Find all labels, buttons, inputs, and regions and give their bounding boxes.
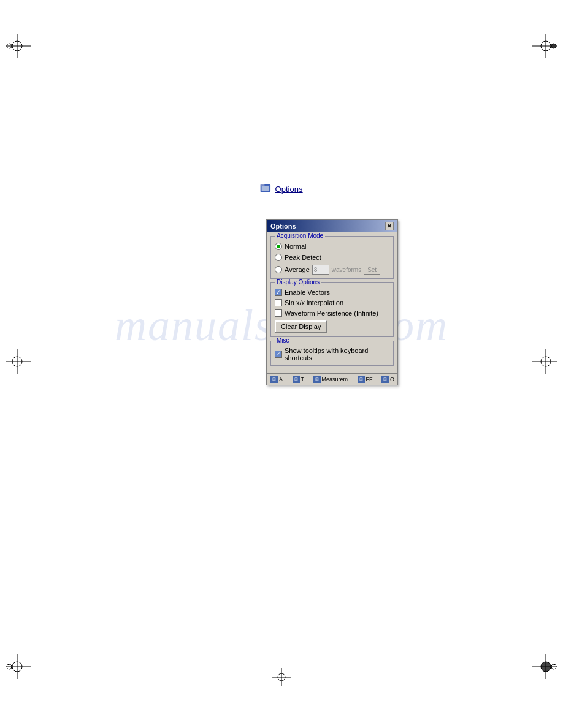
taskbar-label-4: O... (390, 376, 397, 382)
acquisition-mode-label: Acquisition Mode (275, 232, 325, 239)
options-title-area[interactable]: Options (261, 184, 303, 194)
radio-normal-label: Normal (285, 243, 306, 250)
radio-peak-detect-label: Peak Detect (285, 254, 321, 261)
radio-average-input[interactable] (275, 266, 282, 273)
dialog-titlebar: Options ✕ (267, 220, 397, 232)
display-options-group: Display Options ✓ Enable Vectors Sin x/x… (270, 282, 394, 337)
dialog-title: Options (270, 222, 296, 230)
misc-group: Misc ✓ Show tooltips with keyboard short… (270, 341, 394, 366)
taskbar-icon-0: ⊞ (270, 376, 278, 383)
corner-mark-tr (532, 34, 557, 58)
enable-vectors-row[interactable]: ✓ Enable Vectors (275, 289, 389, 296)
sin-x-label: Sin x/x interpolation (285, 299, 343, 306)
dialog-content: Acquisition Mode Normal Peak Detect Aver… (267, 232, 397, 373)
options-dialog: Options ✕ Acquisition Mode Normal Peak D… (266, 219, 398, 385)
radio-normal-row[interactable]: Normal (275, 243, 389, 250)
radio-normal-input[interactable] (275, 243, 282, 250)
display-options-label: Display Options (275, 279, 321, 286)
sin-x-row[interactable]: Sin x/x interpolation (275, 299, 389, 306)
waveform-persistence-label: Waveform Persistence (Infinite) (285, 309, 378, 317)
waveforms-label: waveforms (332, 267, 361, 273)
taskbar-item-2[interactable]: ⊞ Measurem... (312, 375, 354, 384)
taskbar-label-2: Measurem... (322, 376, 353, 382)
radio-average-row[interactable]: Average waveforms Set (275, 265, 389, 275)
svg-rect-27 (261, 184, 265, 186)
taskbar-icon-3: ⊞ (358, 376, 365, 383)
misc-label: Misc (275, 337, 291, 344)
set-button[interactable]: Set (364, 265, 380, 275)
taskbar-item-1[interactable]: ⊞ T... (291, 375, 310, 384)
acquisition-mode-group: Acquisition Mode Normal Peak Detect Aver… (270, 236, 394, 279)
options-icon (261, 184, 272, 194)
corner-mark-bl (6, 654, 31, 679)
taskbar-label-0: A... (279, 376, 288, 382)
dialog-taskbar: ⊞ A... ⊞ T... ⊞ Measurem... ⊞ FF... ⊞ O.… (267, 373, 397, 385)
options-link-label[interactable]: Options (275, 184, 303, 194)
taskbar-icon-2: ⊞ (313, 376, 321, 383)
taskbar-icon-4: ⊞ (381, 376, 389, 383)
radio-average-label: Average (285, 266, 310, 273)
taskbar-label-3: FF... (366, 376, 377, 382)
show-tooltips-label: Show tooltips with keyboard shortcuts (285, 347, 389, 362)
taskbar-item-0[interactable]: ⊞ A... (269, 375, 289, 384)
taskbar-label-1: T... (301, 376, 308, 382)
bottom-cross-mark (272, 668, 291, 688)
corner-mark-tl (6, 34, 31, 58)
clear-display-button[interactable]: Clear Display (275, 320, 327, 333)
show-tooltips-checkbox[interactable]: ✓ (275, 351, 282, 358)
sin-x-checkbox[interactable] (275, 299, 282, 306)
dialog-close-button[interactable]: ✕ (385, 222, 394, 230)
corner-mark-br (532, 654, 557, 679)
enable-vectors-label: Enable Vectors (285, 289, 330, 296)
corner-mark-mr (532, 349, 557, 374)
waveform-persistence-checkbox[interactable] (275, 309, 282, 317)
corner-mark-ml (6, 349, 31, 374)
taskbar-item-3[interactable]: ⊞ FF... (356, 375, 379, 384)
waveform-persistence-row[interactable]: Waveform Persistence (Infinite) (275, 309, 389, 317)
enable-vectors-checkbox[interactable]: ✓ (275, 289, 282, 296)
radio-peak-detect-row[interactable]: Peak Detect (275, 254, 389, 261)
show-tooltips-row[interactable]: ✓ Show tooltips with keyboard shortcuts (275, 347, 389, 362)
svg-rect-26 (262, 186, 269, 191)
radio-peak-detect-input[interactable] (275, 254, 282, 261)
taskbar-icon-1: ⊞ (293, 376, 300, 383)
svg-point-7 (551, 44, 556, 48)
taskbar-item-4[interactable]: ⊞ O... (380, 375, 397, 384)
average-value-input[interactable] (312, 265, 329, 275)
